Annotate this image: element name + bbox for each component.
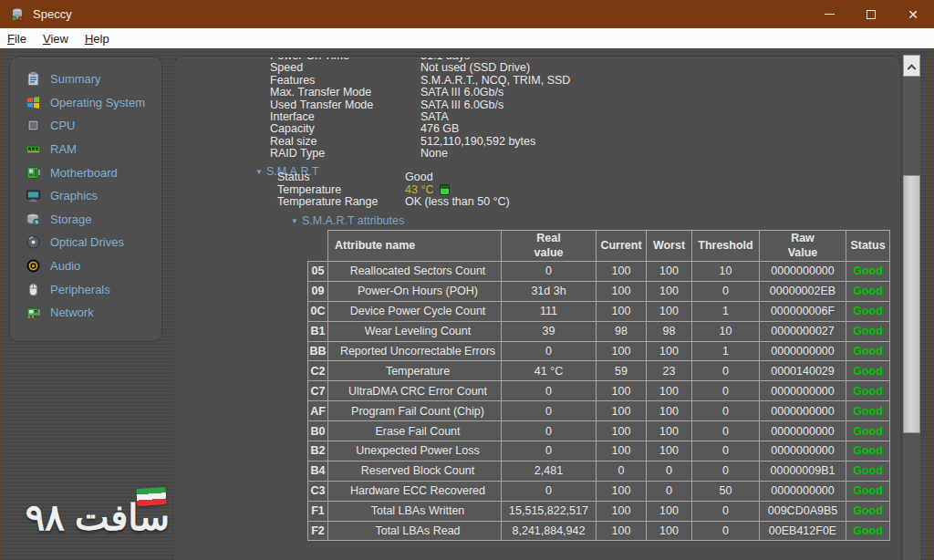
cell-status: Good xyxy=(846,321,890,341)
network-card-icon xyxy=(26,305,41,320)
mouse-icon xyxy=(26,282,41,297)
cell-real-value: 111 xyxy=(502,301,597,321)
cell-raw-value: 0000000000 xyxy=(760,401,846,421)
window-right-border xyxy=(929,48,930,560)
info-label: Max. Transfer Mode xyxy=(270,87,420,99)
maximize-button[interactable] xyxy=(850,0,892,28)
table-row-attribute-C7: C7UltraDMA CRC Error Count01001000000000… xyxy=(308,381,890,401)
cell-threshold: 0 xyxy=(692,281,760,301)
workspace: SummaryOperating SystemCPURAMMotherboard… xyxy=(0,48,934,560)
sidebar-item-storage[interactable]: Storage xyxy=(10,208,161,232)
cell-real-value: 0 xyxy=(502,262,597,282)
sidebar-item-graphics[interactable]: Graphics xyxy=(10,184,161,208)
menu-item-file[interactable]: File xyxy=(7,32,26,46)
cell-worst: 100 xyxy=(647,381,692,401)
cell-threshold: 0 xyxy=(692,521,760,541)
cell-worst: 0 xyxy=(647,481,692,501)
cell-raw-value: 00000009B1 xyxy=(760,461,846,481)
cell-attribute-id: 05 xyxy=(308,262,328,282)
sidebar-item-peripherals[interactable]: Peripherals xyxy=(10,277,161,301)
monitor-icon xyxy=(26,188,41,203)
cell-current: 100 xyxy=(597,421,647,441)
sidebar-item-label: Peripherals xyxy=(50,283,110,296)
cell-attribute-id: F1 xyxy=(308,501,328,521)
cell-attribute-id: B1 xyxy=(308,321,328,341)
vertical-scrollbar[interactable] xyxy=(903,55,920,560)
info-value: SATA III 6.0Gb/s xyxy=(420,99,503,111)
sidebar-item-optical-drives[interactable]: Optical Drives xyxy=(10,231,161,254)
cell-attribute-id: B0 xyxy=(308,421,328,441)
cell-status: Good xyxy=(846,281,890,301)
cell-status: Good xyxy=(846,421,890,441)
sidebar-item-network[interactable]: Network xyxy=(10,301,161,325)
cell-worst: 100 xyxy=(647,262,692,282)
cell-worst: 23 xyxy=(647,361,692,381)
windows-icon xyxy=(26,95,41,110)
sidebar-item-motherboard[interactable]: Motherboard xyxy=(10,161,161,184)
cell-status: Good xyxy=(846,341,890,361)
sidebar-item-audio[interactable]: Audio xyxy=(10,254,161,278)
cell-threshold: 10 xyxy=(692,321,760,341)
menu-item-view[interactable]: View xyxy=(43,32,68,46)
drive-info-list: Power-On Time51.1 daysSpeedNot used (SSD… xyxy=(174,57,900,161)
cell-attribute-name: Hardware ECC Recovered xyxy=(328,481,502,501)
cell-worst: 0 xyxy=(647,461,692,481)
cell-attribute-name: Reported Uncorrectable Errors xyxy=(328,341,502,361)
title-bar: Speccy ✕ xyxy=(0,0,934,28)
cell-status: Good xyxy=(846,441,890,461)
info-value: SATA III 6.0Gb/s xyxy=(420,87,503,99)
sidebar-item-operating-system[interactable]: Operating System xyxy=(10,91,161,115)
table-row-attribute-C2: C2Temperature41 °C592300000140029Good xyxy=(308,361,890,381)
cell-worst: 100 xyxy=(647,401,692,421)
cell-status: Good xyxy=(846,501,890,521)
info-label: Features xyxy=(270,75,420,87)
smart-value: Good xyxy=(405,171,433,184)
sidebar-item-cpu[interactable]: CPU xyxy=(10,114,161,138)
cell-worst: 100 xyxy=(647,281,692,301)
info-label: Real size xyxy=(270,136,420,148)
maximize-icon xyxy=(867,10,876,19)
info-value: None xyxy=(420,148,448,160)
info-row-features: FeaturesS.M.A.R.T., NCQ, TRIM, SSD xyxy=(174,75,900,87)
cell-current: 100 xyxy=(597,262,647,282)
smart-table-header: Attribute nameReal valueCurrentWorstThre… xyxy=(308,231,890,262)
smart-row-temperature: Temperature43 °C xyxy=(174,184,900,197)
cell-attribute-id: BB xyxy=(308,341,328,361)
cell-raw-value: 0000000000 xyxy=(760,441,846,461)
minimize-button[interactable] xyxy=(808,0,850,28)
sidebar-item-label: Audio xyxy=(50,259,80,273)
cell-attribute-id: C2 xyxy=(308,361,328,381)
column-header-threshold: Threshold xyxy=(692,231,760,262)
cpu-chip-icon xyxy=(26,118,41,133)
sidebar-item-ram[interactable]: RAM xyxy=(10,138,161,161)
sidebar-item-label: Optical Drives xyxy=(50,235,124,249)
cell-status: Good xyxy=(846,521,890,541)
cell-threshold: 1 xyxy=(692,341,760,361)
cell-worst: 100 xyxy=(647,341,692,361)
cell-threshold: 0 xyxy=(692,401,760,421)
table-row-attribute-05: 05Reallocated Sectors Count0100100100000… xyxy=(308,262,890,282)
smart-attributes-label: S.M.A.R.T attributes xyxy=(302,214,404,227)
cell-current: 100 xyxy=(597,281,647,301)
hard-disk-icon xyxy=(26,212,41,227)
scrollbar-thumb[interactable] xyxy=(903,175,920,433)
table-row-attribute-BB: BBReported Uncorrectable Errors010010010… xyxy=(308,341,890,361)
close-button[interactable]: ✕ xyxy=(892,0,934,28)
cell-current: 100 xyxy=(597,401,647,421)
smart-value: 43 °C xyxy=(405,184,433,197)
motherboard-icon xyxy=(26,165,41,181)
info-row-used-transfer-mode: Used Transfer ModeSATA III 6.0Gb/s xyxy=(174,99,900,111)
cell-current: 100 xyxy=(597,441,647,461)
cell-threshold: 0 xyxy=(692,381,760,401)
menu-item-help[interactable]: Help xyxy=(85,32,109,46)
column-header-real-value: Real value xyxy=(502,231,597,262)
table-row-attribute-F1: F1Total LBAs Written15,515,822,517100100… xyxy=(308,501,890,521)
cell-attribute-id: B4 xyxy=(308,461,328,481)
sidebar-item-summary[interactable]: Summary xyxy=(10,67,161,91)
cell-current: 100 xyxy=(597,501,647,521)
cell-attribute-id: AF xyxy=(308,401,328,421)
smart-attributes-toggle[interactable]: ▼S.M.A.R.T attributes xyxy=(291,214,404,227)
scroll-up-button[interactable] xyxy=(903,55,920,77)
table-row-attribute-0C: 0CDevice Power Cycle Count11110010010000… xyxy=(308,301,890,321)
info-value: SATA xyxy=(420,111,449,123)
